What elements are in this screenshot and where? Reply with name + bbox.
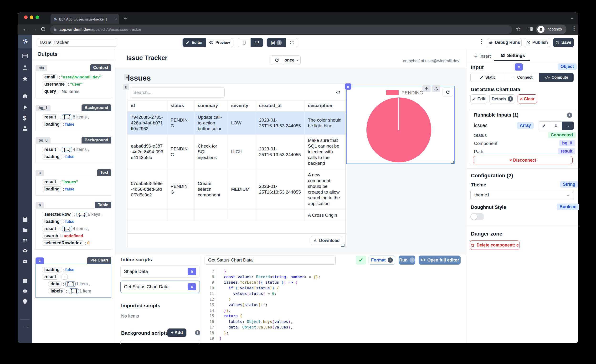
output-row[interactable]: result : [...] 4 items , (42, 147, 109, 152)
sidebar-item-groups[interactable] (22, 238, 28, 244)
table-cell[interactable] (127, 209, 167, 221)
connect-icon-button[interactable]: → (562, 122, 574, 130)
output-row[interactable]: loading : false (42, 219, 109, 224)
code-line[interactable]: issues.forEach(({ status }) => { (219, 280, 320, 285)
download-button[interactable]: Download (311, 236, 342, 245)
output-key-pill[interactable]: loading (42, 154, 62, 159)
sidebar-item-github[interactable] (22, 298, 28, 305)
output-section-tab[interactable]: bg_1 (36, 105, 51, 111)
table-row[interactable]: eaba8d96-e387-4d2d-8494-096e4143b8faPEND… (127, 135, 345, 169)
reload-icon[interactable] (41, 26, 46, 32)
table-cell[interactable]: Make sure that SQL can not be injected w… (305, 135, 345, 169)
detach-button[interactable]: Detach i (489, 94, 515, 104)
table-cell[interactable]: Create search component (194, 169, 228, 209)
output-row[interactable]: selectedRowIndex : 0 (42, 240, 109, 246)
component-c-badge[interactable]: c (345, 83, 351, 90)
background-script-item-partial[interactable] (120, 340, 200, 343)
table-cell[interactable]: LOW (228, 111, 256, 135)
tab-settings[interactable]: Settings (500, 53, 525, 58)
close-tab-icon[interactable]: × (114, 17, 117, 22)
output-key-pill[interactable]: result (42, 147, 58, 152)
output-key-pill[interactable]: result (42, 179, 58, 185)
output-key-pill[interactable]: loading (42, 267, 62, 273)
output-key-pill[interactable]: search (42, 233, 60, 239)
debug-runs-button[interactable]: Debug Runs (487, 38, 522, 47)
minimize-window-icon[interactable] (30, 15, 33, 19)
output-section-tab[interactable]: a (36, 170, 44, 176)
code-line[interactable]: data: Object.values(values), (219, 324, 320, 330)
output-key-pill[interactable]: - (61, 274, 68, 280)
table-cell[interactable]: PENDING (167, 169, 194, 209)
table-cell[interactable]: The color should be light blue (305, 111, 345, 135)
output-section-tab[interactable]: bg_0 (36, 137, 51, 143)
delete-component-button[interactable]: Delete component: c (470, 240, 520, 250)
code-area[interactable]: 78910111213141516171819 } const values: … (202, 267, 467, 343)
theme-select[interactable]: theme1 (470, 190, 574, 200)
pie-legend-label[interactable]: PENDING (402, 90, 423, 96)
output-key-pill[interactable]: loading (42, 122, 62, 127)
code-line[interactable]: labels: Object.keys(values), (219, 319, 320, 325)
output-row[interactable]: email : "user@windmill.dev" (42, 74, 109, 80)
compute-mode-button[interactable]: </> Compute (539, 73, 574, 82)
pie-legend-swatch[interactable] (386, 90, 399, 95)
toolbar-menu-icon[interactable]: ⋮ (478, 38, 484, 45)
table-cell[interactable]: A Cross Origin (305, 209, 345, 221)
output-key-pill[interactable]: labels (48, 289, 65, 294)
table-cell[interactable] (194, 209, 228, 221)
table-refresh-button[interactable] (333, 87, 343, 98)
table-cell[interactable]: Update call-to-action button color (194, 111, 228, 135)
traffic-lights[interactable] (24, 15, 41, 20)
browser-menu-icon[interactable]: ⋮ (571, 25, 577, 32)
table-cell[interactable]: PENDING (167, 111, 194, 135)
fullscreen-button[interactable] (286, 38, 298, 47)
output-row[interactable]: data : [...] 1 item , (42, 281, 109, 287)
publish-button[interactable]: Publish (524, 38, 550, 47)
column-header-id[interactable]: id (127, 100, 167, 111)
output-row[interactable]: result : [...] 4 items , (42, 226, 109, 231)
output-key-pill[interactable]: result (42, 226, 58, 231)
sidebar-item-apps[interactable] (22, 53, 28, 59)
output-row[interactable]: loading : false (42, 122, 109, 127)
edit-runnable-button[interactable]: Edit (470, 94, 487, 104)
table-cell[interactable]: eaba8d96-e387-4d2d-8494-096e4143b8fa (127, 135, 167, 169)
canvas-refresh-button[interactable] (271, 56, 283, 65)
component-b-badge[interactable]: b (123, 84, 129, 90)
column-header-description[interactable]: description (305, 100, 345, 111)
output-section-tab[interactable]: b (36, 202, 44, 208)
output-expand-pill[interactable]: [...] (62, 147, 72, 152)
sidebar-expand-icon[interactable]: → (22, 322, 29, 330)
output-row[interactable]: loading : false (42, 186, 109, 192)
output-key-pill[interactable]: loading (42, 219, 62, 224)
output-key-pill[interactable]: data (48, 281, 62, 287)
table-cell[interactable]: A new component should be created to all… (305, 169, 345, 209)
table-row[interactable]: A Cross Origin (127, 209, 345, 221)
zoom-window-icon[interactable] (36, 15, 39, 19)
code-line[interactable]: if (!values[status]) { (219, 285, 320, 291)
code-line[interactable]: const values: Record<string, number> = {… (219, 274, 320, 280)
editor-button[interactable]: Editor (183, 38, 206, 47)
output-key-pill[interactable]: selectedRow (42, 212, 73, 217)
table-cell[interactable]: MEDIUM (228, 169, 256, 209)
output-key-pill[interactable]: selectedRowIndex (42, 240, 84, 246)
output-section-tab[interactable]: ctx (36, 65, 47, 71)
table-cell[interactable]: 2023-01-25T16:13:53.244055 (256, 111, 305, 135)
output-row[interactable]: username : "user" (42, 82, 109, 87)
output-row[interactable]: selectedRow : {...} 6 keys , (42, 212, 109, 217)
output-expand-pill[interactable]: [...] (62, 114, 72, 120)
desktop-view-button[interactable] (251, 38, 263, 47)
output-expand-pill[interactable]: [...] (65, 281, 75, 287)
new-tab-button[interactable]: + (124, 15, 127, 22)
output-row[interactable]: search : undefined (42, 233, 109, 239)
table-cell[interactable] (256, 209, 305, 221)
code-line[interactable]: values[status] = 0; (219, 291, 320, 297)
table-cell[interactable]: 2023-01-25T16:13:53.244055 (256, 135, 305, 169)
code-line[interactable]: } (219, 336, 320, 341)
issues-heading[interactable]: Issues (128, 74, 151, 82)
output-key-pill[interactable]: email (42, 74, 58, 80)
user-input-icon-button[interactable] (550, 122, 562, 130)
output-row[interactable]: labels : [...] 1 item (42, 289, 109, 294)
format-button[interactable]: Format i (369, 256, 395, 265)
search-input[interactable] (130, 87, 224, 98)
output-section-tab[interactable]: c (36, 257, 44, 264)
centered-layout-button[interactable]: |o| i (267, 38, 286, 47)
